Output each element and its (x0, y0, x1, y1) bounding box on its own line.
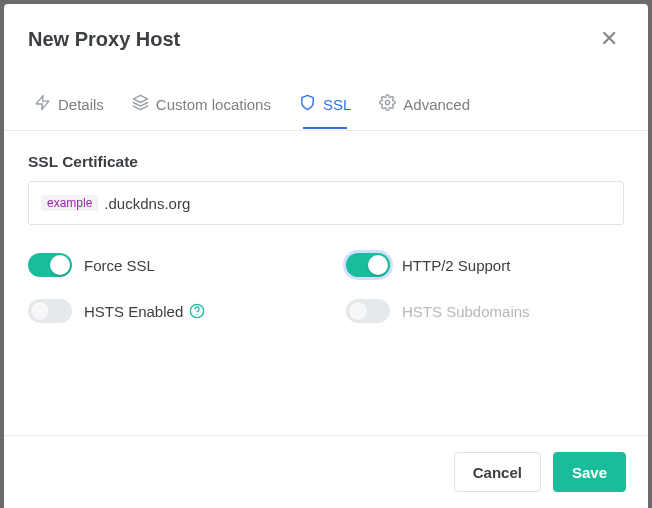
tab-ssl[interactable]: SSL (289, 86, 361, 130)
hsts-enabled-label: HSTS Enabled (84, 303, 205, 320)
help-icon[interactable] (189, 303, 205, 319)
save-button[interactable]: Save (553, 452, 626, 492)
tab-details[interactable]: Details (24, 86, 114, 130)
domain-tag: example (41, 195, 98, 211)
tab-advanced[interactable]: Advanced (369, 86, 480, 130)
hsts-subdomains-toggle (346, 299, 390, 323)
modal-footer: Cancel Save (4, 435, 648, 508)
hsts-enabled-label-text: HSTS Enabled (84, 303, 183, 320)
ssl-panel: SSL Certificate example .duckdns.org For… (4, 131, 648, 435)
hsts-enabled-row: HSTS Enabled (28, 299, 306, 323)
http2-toggle[interactable] (346, 253, 390, 277)
toggle-knob (50, 255, 70, 275)
svg-marker-1 (133, 95, 147, 102)
gear-icon (379, 94, 396, 114)
tab-custom-label: Custom locations (156, 96, 271, 113)
modal-title: New Proxy Host (28, 28, 180, 51)
ssl-certificate-select[interactable]: example .duckdns.org (28, 181, 624, 225)
lightning-icon (34, 94, 51, 114)
svg-point-2 (386, 100, 390, 104)
ssl-certificate-value: .duckdns.org (104, 195, 190, 212)
shield-icon (299, 94, 316, 114)
toggle-knob (348, 301, 368, 321)
tab-ssl-label: SSL (323, 96, 351, 113)
modal-header: New Proxy Host ✕ (4, 4, 648, 64)
ssl-cert-heading: SSL Certificate (28, 153, 624, 171)
hsts-subdomains-label: HSTS Subdomains (402, 303, 530, 320)
close-icon: ✕ (600, 26, 618, 51)
toggle-knob (30, 301, 50, 321)
tab-bar: Details Custom locations SSL Advanced (4, 64, 648, 131)
tab-custom-locations[interactable]: Custom locations (122, 86, 281, 130)
force-ssl-label: Force SSL (84, 257, 155, 274)
force-ssl-row: Force SSL (28, 253, 306, 277)
ssl-options-grid: Force SSL HTTP/2 Support HSTS Enabled HS… (28, 253, 624, 323)
tab-details-label: Details (58, 96, 104, 113)
http2-row: HTTP/2 Support (346, 253, 624, 277)
new-proxy-host-modal: New Proxy Host ✕ Details Custom location… (4, 4, 648, 508)
tab-advanced-label: Advanced (403, 96, 470, 113)
force-ssl-toggle[interactable] (28, 253, 72, 277)
hsts-subdomains-row: HSTS Subdomains (346, 299, 624, 323)
toggle-knob (368, 255, 388, 275)
layers-icon (132, 94, 149, 114)
http2-label: HTTP/2 Support (402, 257, 510, 274)
svg-marker-0 (36, 95, 49, 109)
cancel-button[interactable]: Cancel (454, 452, 541, 492)
hsts-enabled-toggle[interactable] (28, 299, 72, 323)
close-button[interactable]: ✕ (594, 24, 624, 54)
